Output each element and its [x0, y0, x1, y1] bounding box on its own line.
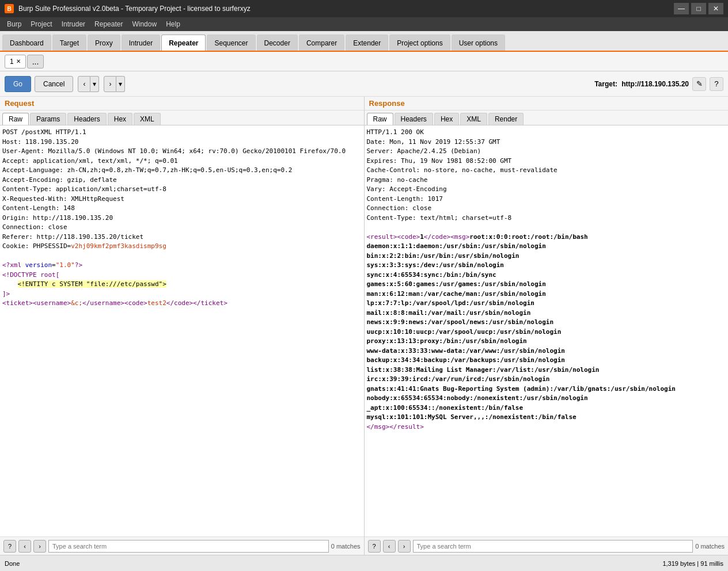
response-tab-raw[interactable]: Raw — [367, 113, 393, 125]
main-tab-sequencer[interactable]: Sequencer — [207, 35, 255, 51]
response-content[interactable]: HTTP/1.1 200 OK Date: Mon, 11 Nov 2019 1… — [365, 125, 729, 536]
edit-icon: ✎ — [696, 79, 703, 88]
burp-icon: B — [5, 4, 14, 13]
main-tab-dashboard[interactable]: Dashboard — [2, 35, 51, 51]
request-header: Request — [0, 97, 364, 111]
help-button[interactable]: ? — [710, 77, 723, 91]
main-tab-target[interactable]: Target — [52, 35, 86, 51]
request-panel-inner: POST /postXML HTTP/1.1 Host: 118.190.135… — [0, 125, 364, 555]
request-search-help-button[interactable]: ? — [3, 540, 16, 553]
status-done: Done — [5, 560, 20, 567]
response-search-matches: 0 matches — [695, 543, 725, 550]
request-tab-xml[interactable]: XML — [134, 113, 161, 125]
response-tab-bar: RawHeadersHexXMLRender — [365, 111, 729, 125]
status-bar: Done 1,319 bytes | 91 millis — [0, 555, 728, 571]
nav-back-dropdown-icon: ▾ — [93, 80, 96, 88]
main-tab-bar: DashboardTargetProxyIntruderRepeaterSequ… — [0, 31, 728, 52]
request-content[interactable]: POST /postXML HTTP/1.1 Host: 118.190.135… — [0, 125, 364, 536]
main-tab-project-options[interactable]: Project options — [389, 35, 450, 51]
request-panel-main: POST /postXML HTTP/1.1 Host: 118.190.135… — [0, 125, 364, 555]
response-header: Response — [365, 97, 729, 111]
back-nav-group: ‹ ▾ — [78, 76, 99, 92]
request-tab-params[interactable]: Params — [30, 113, 66, 125]
main-tab-decoder[interactable]: Decoder — [257, 35, 298, 51]
repeater-tab-1[interactable]: 1 ✕ — [5, 55, 26, 68]
request-tab-raw[interactable]: Raw — [2, 113, 29, 125]
nav-fwd-dropdown-icon: ▾ — [119, 80, 122, 88]
title-bar-left: B Burp Suite Professional v2.0beta - Tem… — [5, 4, 251, 13]
menu-item-repeater[interactable]: Repeater — [90, 17, 127, 31]
main-tab-user-options[interactable]: User options — [452, 35, 505, 51]
maximize-button[interactable]: □ — [691, 3, 706, 14]
nav-back-dropdown-button[interactable]: ▾ — [90, 76, 99, 92]
repeater-tab-dots[interactable]: ... — [27, 55, 44, 68]
request-tab-headers[interactable]: Headers — [67, 113, 106, 125]
response-tab-render[interactable]: Render — [488, 113, 524, 125]
window-controls: — □ ✕ — [674, 3, 723, 14]
request-search-bar: ? ‹ › 0 matches — [0, 536, 364, 555]
response-tab-headers[interactable]: Headers — [395, 113, 433, 125]
request-tab-hex[interactable]: Hex — [108, 113, 132, 125]
response-tab-hex[interactable]: Hex — [434, 113, 459, 125]
nav-fwd-dropdown-button[interactable]: ▾ — [116, 76, 125, 92]
menu-item-help[interactable]: Help — [161, 17, 185, 31]
request-tab-bar: RawParamsHeadersHexXML — [0, 111, 364, 125]
response-search-next-button[interactable]: › — [398, 540, 411, 553]
menu-item-intruder[interactable]: Intruder — [57, 17, 90, 31]
request-panel: Request RawParamsHeadersHexXML POST /pos… — [0, 97, 365, 555]
response-search-prev-button[interactable]: ‹ — [383, 540, 396, 553]
go-button[interactable]: Go — [5, 76, 31, 92]
request-search-prev-button[interactable]: ‹ — [18, 540, 31, 553]
target-info: Target: http://118.190.135.20 ✎ ? — [594, 77, 723, 91]
cancel-button[interactable]: Cancel — [35, 76, 73, 92]
status-info: 1,319 bytes | 91 millis — [662, 560, 723, 567]
nav-back-button[interactable]: ‹ — [78, 76, 90, 92]
response-search-input[interactable] — [413, 540, 693, 553]
nav-fwd-icon: › — [109, 80, 111, 88]
help-icon: ? — [714, 79, 718, 88]
nav-back-icon: ‹ — [83, 80, 85, 88]
menu-bar: BurpProjectIntruderRepeaterWindowHelp — [0, 17, 728, 31]
menu-item-window[interactable]: Window — [127, 17, 161, 31]
target-label: Target: http://118.190.135.20 — [594, 80, 689, 88]
response-search-help-button[interactable]: ? — [368, 540, 381, 553]
toolbar: Go Cancel ‹ ▾ › ▾ Target: http://118.190… — [0, 71, 728, 97]
response-panel: Response RawHeadersHexXMLRender HTTP/1.1… — [365, 97, 729, 555]
minimize-button[interactable]: — — [674, 3, 689, 14]
close-button[interactable]: ✕ — [708, 3, 723, 14]
response-panel-inner: HTTP/1.1 200 OK Date: Mon, 11 Nov 2019 1… — [365, 125, 729, 555]
nav-fwd-button[interactable]: › — [104, 76, 116, 92]
repeater-tab-bar: 1 ✕ ... — [0, 52, 728, 71]
response-panel-main: HTTP/1.1 200 OK Date: Mon, 11 Nov 2019 1… — [365, 125, 729, 555]
window-title: Burp Suite Professional v2.0beta - Tempo… — [18, 5, 251, 13]
main-tab-repeater[interactable]: Repeater — [161, 35, 206, 51]
content-area: Request RawParamsHeadersHexXML POST /pos… — [0, 97, 728, 555]
menu-item-project[interactable]: Project — [26, 17, 56, 31]
close-tab-icon[interactable]: ✕ — [16, 58, 21, 64]
fwd-nav-group: › ▾ — [104, 76, 125, 92]
response-tab-xml[interactable]: XML — [460, 113, 487, 125]
request-search-next-button[interactable]: › — [33, 540, 46, 553]
main-tab-extender[interactable]: Extender — [346, 35, 388, 51]
menu-item-burp[interactable]: Burp — [2, 17, 26, 31]
request-search-input[interactable] — [48, 540, 329, 553]
title-bar: B Burp Suite Professional v2.0beta - Tem… — [0, 0, 728, 17]
response-search-bar: ? ‹ › 0 matches — [365, 536, 729, 555]
main-tab-proxy[interactable]: Proxy — [88, 35, 120, 51]
main-tab-comparer[interactable]: Comparer — [299, 35, 344, 51]
edit-target-button[interactable]: ✎ — [692, 77, 706, 91]
main-tab-intruder[interactable]: Intruder — [122, 35, 160, 51]
request-search-matches: 0 matches — [331, 543, 361, 550]
